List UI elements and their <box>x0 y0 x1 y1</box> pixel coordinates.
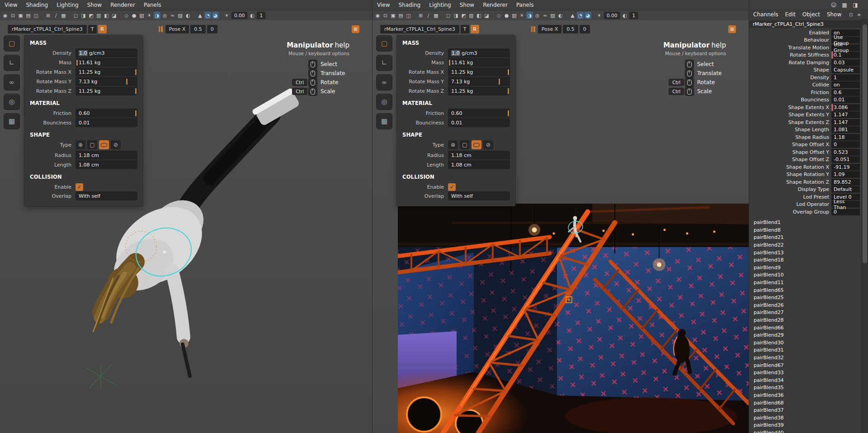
history-node-item[interactable]: pairBlend38 <box>749 414 868 422</box>
translate-mode-button[interactable]: T <box>461 25 469 33</box>
channel-value[interactable]: Capsule <box>831 67 860 73</box>
textured-icon[interactable]: ▧ <box>511 12 518 19</box>
channel-row[interactable]: Density 1 <box>749 74 868 81</box>
marker-name-tab[interactable]: rMarker_cTPLA1_Ctrl_Spine3 <box>8 25 87 33</box>
rotate-mode-button[interactable]: R <box>98 25 107 33</box>
menu-item[interactable]: Lighting <box>429 2 451 8</box>
channel-value[interactable]: -91.19 <box>831 164 860 171</box>
lock-camera-icon[interactable]: ⊡ <box>9 12 16 19</box>
film-gate-icon[interactable]: ◻ <box>72 12 79 19</box>
history-node-item[interactable]: pairBlend1 <box>749 219 868 227</box>
channel-value[interactable]: 1.081 <box>831 126 860 133</box>
menu-item[interactable]: Lighting <box>57 2 79 8</box>
radius-field[interactable]: 1.18 cm <box>448 151 510 160</box>
history-node-item[interactable]: pairBlend30 <box>749 339 868 347</box>
ragdoll-record-button[interactable]: ⊞ <box>728 25 736 33</box>
menu-item[interactable]: Panels <box>144 2 161 8</box>
resolution-gate-icon[interactable]: ◨ <box>80 12 87 19</box>
depth-of-field-icon[interactable]: ◐ <box>184 12 191 19</box>
sphere-shape-icon[interactable]: ⊕ <box>75 140 85 149</box>
history-node-item[interactable]: pairBlend32 <box>749 354 868 362</box>
shadows-icon[interactable]: ◑ <box>154 12 160 19</box>
anti-alias-icon[interactable]: ▨ <box>549 12 556 19</box>
history-node-item[interactable]: pairBlend11 <box>749 279 868 286</box>
isolate-select-icon[interactable]: ▲ <box>197 12 203 19</box>
menu-item[interactable]: Renderer <box>483 2 508 8</box>
attribute-editor-icon[interactable]: ◨ <box>852 2 859 8</box>
wireframe-icon[interactable]: ◇ <box>123 12 130 19</box>
menu-item[interactable]: Show <box>460 2 474 8</box>
history-node-item[interactable]: pairBlend40 <box>749 429 868 433</box>
channel-value[interactable]: 1.18 <box>831 134 860 141</box>
pose-value-1[interactable]: 0.5 <box>563 25 578 33</box>
channel-row[interactable]: Shape Rotation X -91.19 <box>749 163 868 171</box>
lights-icon[interactable]: ☀ <box>519 12 525 19</box>
textured-icon[interactable]: ▧ <box>138 12 145 19</box>
exposure-field[interactable]: 0.00 <box>231 12 247 19</box>
channel-value[interactable]: Use Group <box>831 44 860 51</box>
rotate-mass-y-field[interactable]: 7.13 kg <box>75 77 137 86</box>
image-plane-icon[interactable]: ◫ <box>405 12 412 19</box>
bounciness-field[interactable]: 0.01 <box>448 118 510 127</box>
channel-row[interactable]: Shape Extents Z 1.147 <box>749 119 868 126</box>
shaded-icon[interactable]: ● <box>131 12 137 19</box>
menu-item[interactable]: Show <box>827 11 841 18</box>
motion-blur-icon[interactable]: ≈ <box>169 12 176 19</box>
rotate-mass-z-field[interactable]: 11.25 kg <box>448 86 510 95</box>
viewport-canvas-character[interactable]: rMarker_cTPLA1_Ctrl_Spine3 T R Pose X 0.… <box>0 20 372 433</box>
channel-value[interactable]: 1.09 <box>831 171 860 178</box>
channel-value[interactable]: 0.523 <box>831 149 860 156</box>
translate-mode-button[interactable]: T <box>88 25 97 33</box>
channel-row[interactable]: Shape Rotation Y 1.09 <box>749 171 868 179</box>
scrollbar[interactable] <box>861 19 868 433</box>
depth-of-field-icon[interactable]: ◐ <box>557 12 564 19</box>
channel-row[interactable]: Friction 0.6 <box>749 89 868 96</box>
history-node-item[interactable]: pairBlend34 <box>749 376 868 384</box>
screen-space-ao-icon[interactable]: ◎ <box>534 12 541 19</box>
mass-field[interactable]: 11.61 kg <box>448 58 510 67</box>
ragdoll-record-button[interactable]: ⊞ <box>352 25 359 33</box>
channel-row[interactable]: Shape Rotation Z 89.852 <box>749 178 868 186</box>
sphere-shape-icon[interactable]: ⊕ <box>448 140 458 149</box>
menu-item[interactable]: Shading <box>398 2 420 8</box>
pan-zoom-icon[interactable]: ⊞ <box>417 12 424 19</box>
x-ray-icon[interactable]: ◔ <box>577 12 584 19</box>
channel-options-icon[interactable]: ≡ <box>856 12 862 17</box>
safe-title-icon[interactable]: ◪ <box>483 12 490 19</box>
history-node-item[interactable]: pairBlend26 <box>749 301 868 309</box>
density-field[interactable]: 1.0 g/cm3 <box>75 48 137 57</box>
limit-tool-icon[interactable]: ∟ <box>4 55 20 71</box>
grid-icon[interactable]: ▦ <box>433 12 439 19</box>
viewport-canvas-film-set[interactable]: rMarker_cTPLA1_Ctrl_Spine3 T R Pose X 0.… <box>373 20 749 433</box>
channel-row[interactable]: Lod Operator Less Than <box>749 201 868 209</box>
resolution-gate-icon[interactable]: ◨ <box>453 12 459 19</box>
channel-value[interactable]: 89.852 <box>831 179 860 186</box>
channel-row[interactable]: Shape Capsule <box>749 67 868 74</box>
x-ray-icon[interactable]: ◔ <box>204 12 211 19</box>
channel-value[interactable]: on <box>831 81 860 88</box>
lock-camera-icon[interactable]: ⊡ <box>382 12 389 19</box>
history-node-item[interactable]: pairBlend25 <box>749 294 868 301</box>
gamma-field[interactable]: 1 <box>257 12 265 19</box>
safe-action-icon[interactable]: ◧ <box>476 12 482 19</box>
channel-row[interactable]: Translate Motion Use Group <box>749 44 868 52</box>
history-node-item[interactable]: pairBlend10 <box>749 271 868 279</box>
channel-value[interactable]: 0.6 <box>831 89 860 96</box>
capsule-shape-icon[interactable] <box>99 140 109 149</box>
history-node-item[interactable]: pairBlend39 <box>749 422 868 429</box>
gamma-field[interactable]: 1 <box>629 12 638 19</box>
grease-pencil-icon[interactable]: ∕ <box>425 12 432 19</box>
bookmarks-icon[interactable]: ▤ <box>397 12 404 19</box>
menu-item[interactable]: Panels <box>516 2 534 8</box>
history-node-item[interactable]: pairBlend27 <box>749 309 868 317</box>
gamma-icon[interactable]: ◐ <box>621 12 628 19</box>
history-node-item[interactable]: pairBlend66 <box>749 324 868 332</box>
channel-value[interactable]: 3.086 <box>831 104 860 111</box>
history-node-item[interactable]: pairBlend35 <box>749 384 868 392</box>
channel-value[interactable]: Less Than <box>831 201 860 208</box>
image-plane-icon[interactable]: ◫ <box>33 12 39 19</box>
camera-attributes-icon[interactable]: ▣ <box>17 12 24 19</box>
length-field[interactable]: 1.08 cm <box>75 160 137 169</box>
gate-mask-icon[interactable]: ◩ <box>88 12 94 19</box>
limit-tool-icon[interactable]: ∟ <box>376 55 392 71</box>
